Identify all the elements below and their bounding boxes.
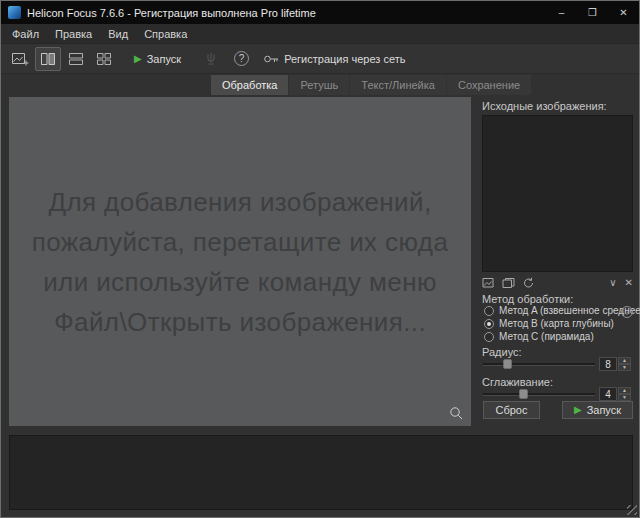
tab-processing[interactable]: Обработка xyxy=(211,75,288,95)
chevron-down-icon[interactable]: ∨ xyxy=(609,278,616,288)
drop-hint-line: Файл\Открыть изображения... xyxy=(54,302,426,342)
slider-track xyxy=(483,393,595,396)
tabstrip: Обработка Ретушь Текст/Линейка Сохранени… xyxy=(211,75,532,95)
split-horizontal-icon xyxy=(68,52,84,66)
smoothing-slider[interactable] xyxy=(483,388,595,400)
method-b-label: Метод B (карта глубины) xyxy=(499,318,614,329)
zoom-tool-button[interactable] xyxy=(449,406,464,421)
titlebar: Helicon Focus 7.6.6 - Регистрация выполн… xyxy=(1,1,639,24)
radius-spinner: ▲ ▼ xyxy=(618,357,631,371)
toolbar-run-label: Запуск xyxy=(147,53,181,65)
method-a-option[interactable]: Метод A (взвешенное среднее) xyxy=(484,305,640,316)
grid-view-icon xyxy=(96,52,112,66)
radius-label: Радиус: xyxy=(482,346,522,358)
add-image-icon xyxy=(11,51,29,67)
view-grid-button[interactable] xyxy=(91,47,117,71)
spin-down-icon[interactable]: ▼ xyxy=(618,364,631,371)
add-image-small-icon[interactable] xyxy=(482,277,495,289)
view-split-vertical-button[interactable] xyxy=(35,47,61,71)
drop-hint-line: Для добавления изображений, xyxy=(48,182,431,222)
app-icon xyxy=(8,6,21,19)
magnifier-icon xyxy=(449,406,464,421)
smoothing-value[interactable]: 4 xyxy=(599,387,617,401)
radius-slider[interactable] xyxy=(483,358,595,370)
smoothing-spinner: ▲ ▼ xyxy=(618,387,631,401)
play-icon: ▶ xyxy=(134,54,142,64)
radio-icon[interactable] xyxy=(484,319,494,329)
menu-view[interactable]: Вид xyxy=(100,25,136,43)
method-label: Метод обработки: xyxy=(482,293,573,305)
spin-down-icon[interactable]: ▼ xyxy=(618,394,631,401)
minimize-button[interactable]: – xyxy=(546,1,577,24)
window-controls: – ❒ ✕ xyxy=(546,1,639,24)
window-title: Helicon Focus 7.6.6 - Регистрация выполн… xyxy=(27,7,316,19)
close-button[interactable]: ✕ xyxy=(608,1,639,24)
source-list-toolbar-right: ∨ ✕ xyxy=(609,278,633,288)
drop-hint-line: или используйте команду меню xyxy=(43,262,437,302)
tab-retouch[interactable]: Ретушь xyxy=(289,75,349,95)
source-images-label: Исходные изображения: xyxy=(482,100,607,112)
toolbar-run-button[interactable]: ▶ Запуск xyxy=(125,49,190,69)
slider-thumb[interactable] xyxy=(503,359,512,369)
reset-label: Сброс xyxy=(496,404,528,416)
method-c-label: Метод C (пирамида) xyxy=(499,331,594,342)
view-split-horizontal-button[interactable] xyxy=(63,47,89,71)
app-window: Helicon Focus 7.6.6 - Регистрация выполн… xyxy=(0,0,640,518)
resize-grip[interactable] xyxy=(627,505,637,515)
key-icon xyxy=(263,52,279,66)
source-list-toolbar: ∨ ✕ xyxy=(482,275,633,290)
stop-icon xyxy=(204,51,218,66)
stop-processing-button xyxy=(204,51,218,66)
radio-icon[interactable] xyxy=(484,332,494,342)
drop-hint-line: пожалуйста, перетащите их сюда xyxy=(32,222,449,262)
method-a-label: Метод A (взвешенное среднее) xyxy=(499,305,640,316)
menu-help[interactable]: Справка xyxy=(136,25,195,43)
play-icon: ▶ xyxy=(574,405,582,415)
radio-icon[interactable] xyxy=(484,306,494,316)
spin-up-icon[interactable]: ▲ xyxy=(618,357,631,364)
method-b-option[interactable]: Метод B (карта глубины) xyxy=(484,318,614,329)
tab-text-ruler[interactable]: Текст/Линейка xyxy=(350,75,446,95)
split-vertical-icon xyxy=(40,52,56,66)
source-images-list[interactable] xyxy=(482,115,633,272)
method-c-option[interactable]: Метод C (пирамида) xyxy=(484,331,594,342)
smoothing-label: Сглаживание: xyxy=(482,376,553,388)
sidebar-run-label: Запуск xyxy=(587,404,621,416)
register-network-button[interactable]: Регистрация через сеть xyxy=(263,52,405,66)
maximize-button[interactable]: ❒ xyxy=(577,1,608,24)
image-drop-zone[interactable]: Для добавления изображений, пожалуйста, … xyxy=(9,97,471,426)
clear-list-icon[interactable]: ✕ xyxy=(625,278,633,288)
tab-saving[interactable]: Сохранение xyxy=(447,75,531,95)
reset-button[interactable]: Сброс xyxy=(483,401,540,419)
sidebar-run-button[interactable]: ▶ Запуск xyxy=(562,401,633,419)
help-button[interactable]: ? xyxy=(234,51,249,66)
register-network-label: Регистрация через сеть xyxy=(284,53,405,65)
method-help-button[interactable]: ? xyxy=(621,306,633,318)
open-images-button[interactable] xyxy=(7,47,33,71)
menubar: Файл Правка Вид Справка xyxy=(1,24,639,44)
slider-thumb[interactable] xyxy=(519,389,528,399)
log-console[interactable] xyxy=(9,435,633,510)
toolbar: ▶ Запуск ? Регистрация через сеть xyxy=(1,44,639,74)
image-stack-icon[interactable] xyxy=(502,277,515,289)
slider-track xyxy=(483,363,595,366)
menu-file[interactable]: Файл xyxy=(4,25,47,43)
spin-up-icon[interactable]: ▲ xyxy=(618,387,631,394)
refresh-icon[interactable] xyxy=(522,277,535,289)
menu-edit[interactable]: Правка xyxy=(47,25,100,43)
radius-value[interactable]: 8 xyxy=(599,357,617,371)
